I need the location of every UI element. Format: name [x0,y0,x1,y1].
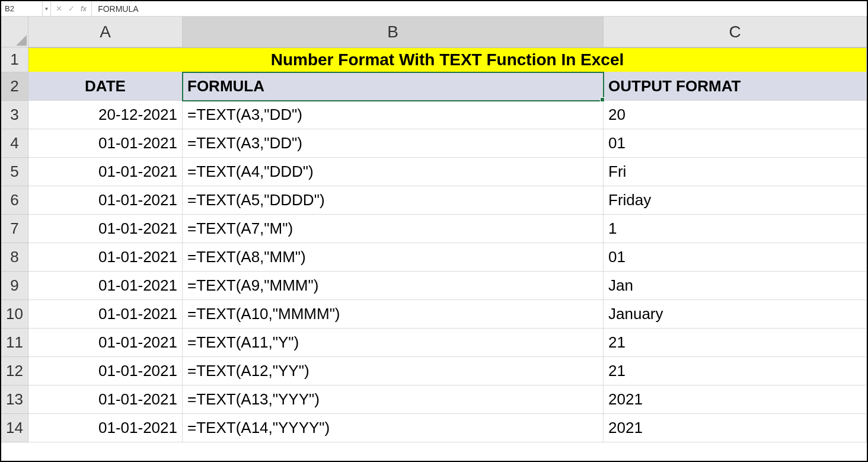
fx-icon[interactable]: fx [81,4,87,13]
row-header-9[interactable]: 9 [1,272,28,300]
cell-b4[interactable]: =TEXT(A3,"DD") [183,129,604,158]
row-header-8[interactable]: 8 [1,243,28,272]
cell-b3[interactable]: =TEXT(A3,"DD") [183,101,604,129]
cell-b2[interactable]: FORMULA [183,72,604,101]
col-header-b[interactable]: B [183,17,604,47]
cell-a10[interactable]: 01-01-2021 [28,300,183,329]
cell-c3[interactable]: 20 [604,101,867,129]
cell-c14[interactable]: 2021 [604,414,867,442]
cell-a4[interactable]: 01-01-2021 [28,129,183,158]
cell-a2[interactable]: DATE [28,72,183,101]
cell-b13[interactable]: =TEXT(A13,"YYY") [183,385,604,414]
name-box-dropdown-icon[interactable]: ▾ [43,1,51,16]
svg-marker-0 [16,35,27,46]
name-box[interactable]: B2 [1,1,43,16]
row-header-12[interactable]: 12 [1,357,28,385]
cell-c13[interactable]: 2021 [604,385,867,414]
cell-a11[interactable]: 01-01-2021 [28,329,183,357]
cell-c5[interactable]: Fri [604,158,867,186]
row-header-11[interactable]: 11 [1,329,28,357]
cell-c9[interactable]: Jan [604,272,867,300]
row-header-10[interactable]: 10 [1,300,28,329]
row-header-3[interactable]: 3 [1,101,28,129]
cell-a13[interactable]: 01-01-2021 [28,385,183,414]
row-header-13[interactable]: 13 [1,385,28,414]
cell-b8[interactable]: =TEXT(A8,"MM") [183,243,604,272]
cell-b14[interactable]: =TEXT(A14,"YYYY") [183,414,604,442]
col-header-c[interactable]: C [604,17,867,47]
cell-b6[interactable]: =TEXT(A5,"DDDD") [183,186,604,215]
cell-c10[interactable]: January [604,300,867,329]
cancel-icon[interactable]: ✕ [56,4,62,13]
row-header-6[interactable]: 6 [1,186,28,215]
select-all-corner[interactable] [1,17,28,47]
cell-c2[interactable]: OUTPUT FORMAT [604,72,867,101]
cell-a12[interactable]: 01-01-2021 [28,357,183,385]
cell-c8[interactable]: 01 [604,243,867,272]
cell-a8[interactable]: 01-01-2021 [28,243,183,272]
formula-bar-input[interactable]: FORMULA [92,1,867,16]
spreadsheet-grid: A B C 1 Number Format With TEXT Function… [1,17,867,442]
formula-bar: B2 ▾ ✕ ✓ fx FORMULA [1,1,867,17]
row-header-14[interactable]: 14 [1,414,28,442]
cell-b7[interactable]: =TEXT(A7,"M") [183,215,604,243]
cell-c11[interactable]: 21 [604,329,867,357]
row-header-4[interactable]: 4 [1,129,28,158]
confirm-icon[interactable]: ✓ [68,4,75,13]
cell-a7[interactable]: 01-01-2021 [28,215,183,243]
cell-c12[interactable]: 21 [604,357,867,385]
cell-a9[interactable]: 01-01-2021 [28,272,183,300]
cell-c7[interactable]: 1 [604,215,867,243]
cell-c4[interactable]: 01 [604,129,867,158]
formula-bar-actions: ✕ ✓ fx [51,1,92,16]
cell-b11[interactable]: =TEXT(A11,"Y") [183,329,604,357]
cell-b9[interactable]: =TEXT(A9,"MMM") [183,272,604,300]
cell-a5[interactable]: 01-01-2021 [28,158,183,186]
col-header-a[interactable]: A [28,17,183,47]
cell-b12[interactable]: =TEXT(A12,"YY") [183,357,604,385]
row-header-1[interactable]: 1 [1,47,28,72]
title-cell[interactable]: Number Format With TEXT Function In Exce… [28,47,867,72]
cell-b10[interactable]: =TEXT(A10,"MMMM") [183,300,604,329]
cell-a14[interactable]: 01-01-2021 [28,414,183,442]
cell-c6[interactable]: Friday [604,186,867,215]
row-header-7[interactable]: 7 [1,215,28,243]
cell-a6[interactable]: 01-01-2021 [28,186,183,215]
cell-a3[interactable]: 20-12-2021 [28,101,183,129]
row-header-2[interactable]: 2 [1,72,28,101]
row-header-5[interactable]: 5 [1,158,28,186]
cell-b5[interactable]: =TEXT(A4,"DDD") [183,158,604,186]
